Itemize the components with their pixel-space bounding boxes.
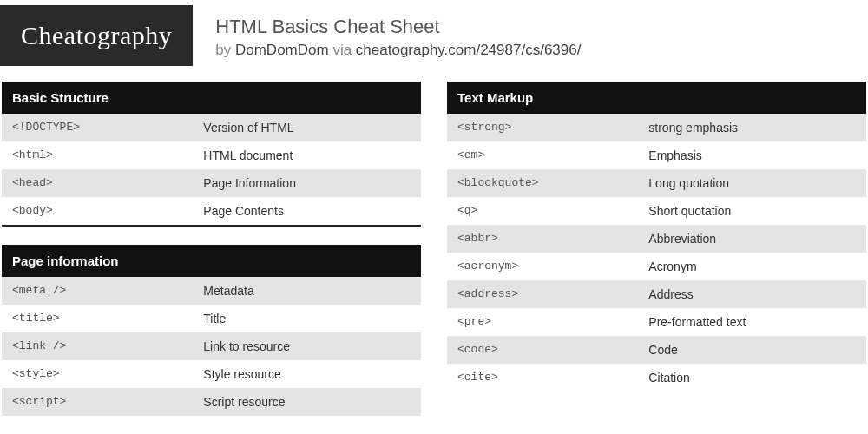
by-label: by <box>215 42 235 58</box>
tag-cell: <code> <box>457 343 648 357</box>
tag-cell: <body> <box>12 204 203 218</box>
table-row: <code>Code <box>447 336 866 364</box>
section-header: Basic Structure <box>2 82 421 114</box>
tag-cell: <meta /> <box>12 284 203 298</box>
left-column: Basic Structure <!DOCTYPE>Version of HTM… <box>2 82 421 433</box>
desc-cell: Abbreviation <box>648 232 856 246</box>
via-label: via <box>329 42 356 58</box>
source-url[interactable]: cheatography.com/24987/cs/6396/ <box>356 42 582 58</box>
table-row: <q>Short quotation <box>447 197 866 225</box>
section-body: <meta />Metadata <title>Title <link />Li… <box>2 277 421 416</box>
site-logo: Cheatography <box>0 5 193 66</box>
content-columns: Basic Structure <!DOCTYPE>Version of HTM… <box>0 82 868 433</box>
desc-cell: Pre-formatted text <box>648 315 856 329</box>
tag-cell: <acronym> <box>457 260 648 273</box>
page-title: HTML Basics Cheat Sheet <box>215 16 581 38</box>
table-row: <body>Page Contents <box>2 197 421 225</box>
desc-cell: Code <box>648 343 856 357</box>
section-body: <strong>strong emphasis <em>Emphasis <bl… <box>447 114 866 391</box>
tag-cell: <blockquote> <box>457 176 648 190</box>
byline: by DomDomDom via cheatography.com/24987/… <box>215 42 581 59</box>
desc-cell: Acronym <box>648 260 856 273</box>
table-row: <address>Address <box>447 280 866 308</box>
desc-cell: Citation <box>648 371 856 385</box>
tag-cell: <cite> <box>457 371 648 385</box>
desc-cell: Page Contents <box>203 204 411 218</box>
page-information-section: Page information <meta />Metadata <title… <box>2 245 421 416</box>
tag-cell: <link /> <box>12 339 203 353</box>
section-header: Text Markup <box>447 82 866 114</box>
desc-cell: Style resource <box>203 367 411 381</box>
tag-cell: <title> <box>12 312 203 326</box>
desc-cell: HTML document <box>203 148 411 162</box>
tag-cell: <script> <box>12 395 203 409</box>
table-row: <link />Link to resource <box>2 332 421 360</box>
tag-cell: <head> <box>12 176 203 190</box>
table-row: <!DOCTYPE>Version of HTML <box>2 114 421 141</box>
table-row: <title>Title <box>2 305 421 332</box>
table-row: <html>HTML document <box>2 141 421 169</box>
tag-cell: <strong> <box>457 121 648 135</box>
table-row: <em>Emphasis <box>447 141 866 169</box>
table-row: <pre>Pre-formatted text <box>447 308 866 336</box>
desc-cell: strong emphasis <box>648 121 856 135</box>
table-row: <script>Script resource <box>2 388 421 416</box>
section-header: Page information <box>2 245 421 277</box>
page-header: Cheatography HTML Basics Cheat Sheet by … <box>0 0 868 82</box>
desc-cell: Page Information <box>203 176 411 190</box>
tag-cell: <abbr> <box>457 232 648 246</box>
section-body: <!DOCTYPE>Version of HTML <html>HTML doc… <box>2 114 421 225</box>
tag-cell: <!DOCTYPE> <box>12 121 203 135</box>
table-row: <abbr>Abbreviation <box>447 225 866 253</box>
desc-cell: Script resource <box>203 395 411 409</box>
table-row: <acronym>Acronym <box>447 253 866 280</box>
desc-cell: Metadata <box>203 284 411 298</box>
basic-structure-section: Basic Structure <!DOCTYPE>Version of HTM… <box>2 82 421 227</box>
desc-cell: Version of HTML <box>203 121 411 135</box>
table-row: <style>Style resource <box>2 360 421 388</box>
tag-cell: <pre> <box>457 315 648 329</box>
table-row: <cite>Citation <box>447 364 866 391</box>
table-row: <strong>strong emphasis <box>447 114 866 141</box>
title-block: HTML Basics Cheat Sheet by DomDomDom via… <box>215 12 581 59</box>
table-row: <head>Page Information <box>2 169 421 197</box>
desc-cell: Title <box>203 312 411 326</box>
author-name: DomDomDom <box>235 42 329 58</box>
tag-cell: <style> <box>12 367 203 381</box>
desc-cell: Long quotation <box>648 176 856 190</box>
desc-cell: Address <box>648 287 856 301</box>
desc-cell: Short quotation <box>648 204 856 218</box>
desc-cell: Emphasis <box>648 148 856 162</box>
text-markup-section: Text Markup <strong>strong emphasis <em>… <box>447 82 866 391</box>
tag-cell: <html> <box>12 148 203 162</box>
tag-cell: <q> <box>457 204 648 218</box>
right-column: Text Markup <strong>strong emphasis <em>… <box>447 82 866 433</box>
tag-cell: <em> <box>457 148 648 162</box>
table-row: <meta />Metadata <box>2 277 421 305</box>
table-row: <blockquote>Long quotation <box>447 169 866 197</box>
tag-cell: <address> <box>457 287 648 301</box>
desc-cell: Link to resource <box>203 339 411 353</box>
